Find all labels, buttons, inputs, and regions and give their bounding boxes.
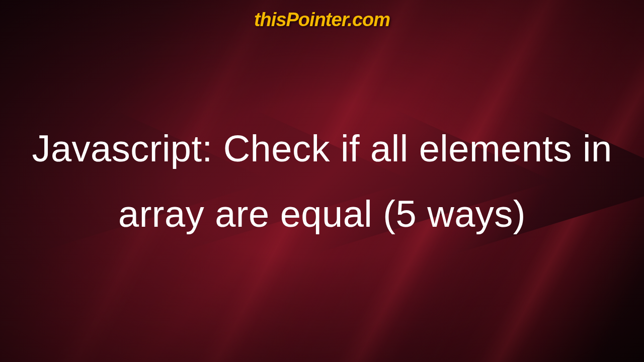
content-container: thisPointer.com Javascript: Check if all…	[0, 0, 644, 362]
article-title: Javascript: Check if all elements in arr…	[30, 116, 614, 246]
title-container: Javascript: Check if all elements in arr…	[0, 31, 644, 362]
site-logo: thisPointer.com	[254, 9, 390, 31]
